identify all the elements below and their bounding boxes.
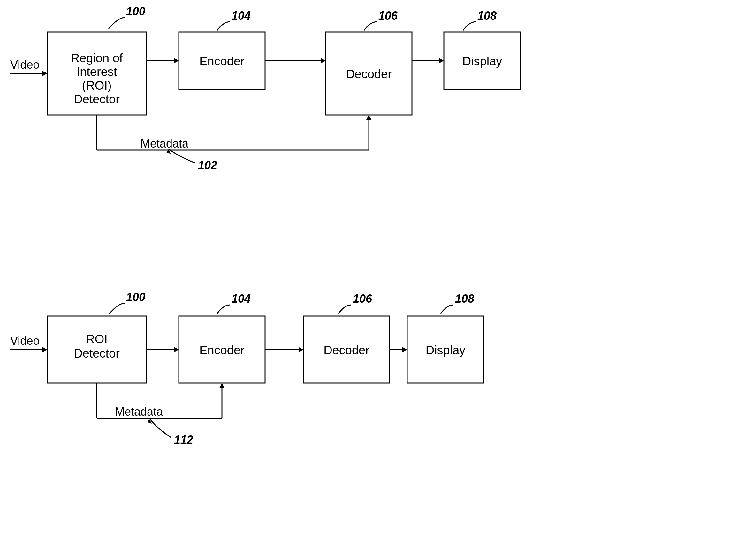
decoder-label-top: Decoder <box>346 67 392 81</box>
ref-num-108-top: 108 <box>477 9 496 22</box>
ref-bracket-106-top <box>364 22 377 30</box>
diagram-container: 100 Region of Interest (ROI) Detector Vi… <box>0 0 738 560</box>
display-label-top: Display <box>462 55 502 68</box>
video-label-top: Video <box>10 58 39 71</box>
encoder-decoder-arrowhead-top <box>321 58 326 63</box>
roi-label-1: Region of <box>71 51 123 65</box>
ref-num-112-bot: 112 <box>174 433 193 446</box>
metadata-label-bot: Metadata <box>115 405 163 418</box>
encoder-label-top: Encoder <box>199 55 245 68</box>
video-label-bot: Video <box>10 334 39 347</box>
ref-num-100-top: 100 <box>126 5 145 18</box>
ref-bracket-100-top <box>108 18 124 29</box>
metadata-label-top: Metadata <box>140 137 189 150</box>
encoder-label-bot: Encoder <box>199 344 245 357</box>
decoder-display-arrowhead-top <box>439 58 444 63</box>
roi-encoder-arrowhead-top <box>174 58 179 63</box>
ref-num-104-bot: 104 <box>232 292 251 305</box>
meta-arrowhead-bot <box>220 383 225 388</box>
video-arrowhead2-top <box>42 71 47 76</box>
ref-bracket-100-bot <box>108 303 124 315</box>
roi-label-2: Interest <box>77 65 117 78</box>
ref-num-108-bot: 108 <box>455 292 474 305</box>
ref-bracket-102-top <box>169 149 195 163</box>
ref-num-106-bot: 106 <box>353 292 372 305</box>
meta-arrowhead-top <box>366 115 371 120</box>
roi-encoder-arrowhead-bot <box>174 347 179 352</box>
ref-bracket-104-top <box>217 22 230 30</box>
roi-label-bot-1: ROI <box>86 332 108 346</box>
decoder-display-arrowhead-bot <box>402 347 407 352</box>
decoder-label-bot: Decoder <box>324 344 369 357</box>
ref-bracket-108-bot <box>441 305 453 314</box>
ref-bracket-106-bot <box>339 305 351 314</box>
ref-num-104-top: 104 <box>232 9 251 22</box>
roi-label-4: Detector <box>74 93 120 106</box>
encoder-decoder-arrowhead-bot <box>299 347 303 352</box>
video-arrowhead-bot <box>42 347 47 352</box>
ref-num-106-top: 106 <box>378 9 398 22</box>
ref-num-100-bot: 100 <box>126 291 145 304</box>
roi-label-bot-2: Detector <box>74 347 120 360</box>
ref-num-102-top: 102 <box>198 159 217 172</box>
roi-label-3: (ROI) <box>82 79 112 92</box>
display-label-bot: Display <box>426 344 466 357</box>
ref-bracket-108-top <box>463 22 476 30</box>
ref-bracket-112-bot <box>150 419 171 437</box>
ref-bracket-104-bot <box>217 305 230 314</box>
